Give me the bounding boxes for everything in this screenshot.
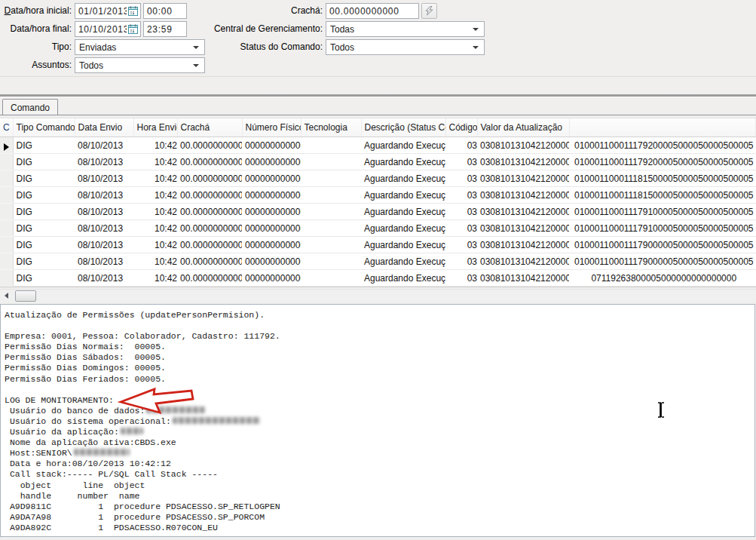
grid-cell[interactable] [301, 204, 361, 220]
grid-cell[interactable]: DIG [13, 220, 75, 237]
grid-cell[interactable]: 030810131042120000 [477, 154, 569, 170]
grid-cell[interactable] [301, 154, 361, 170]
start-time-field[interactable]: 00:00 [143, 3, 187, 19]
tipo-select[interactable]: Enviadas [75, 39, 205, 55]
table-row[interactable]: DIG08/10/201310:4200.0000000000000000000… [0, 137, 756, 154]
badge-lookup-button[interactable] [421, 3, 437, 19]
table-row[interactable]: DIG08/10/201310:4200.0000000000000000000… [0, 154, 756, 170]
grid-cell[interactable] [301, 270, 361, 287]
grid-cell[interactable]: 010001100011179000005000050000500005 [569, 253, 756, 270]
column-header[interactable]: Número Físico [242, 118, 301, 137]
grid-cell[interactable]: 030810131042120000 [477, 204, 569, 220]
table-row[interactable]: DIG08/10/201310:4200.0000000000000000000… [0, 220, 756, 237]
grid-cell[interactable]: 08/10/2013 [75, 270, 133, 287]
grid-cell[interactable]: 000000000000 [242, 154, 301, 170]
grid-cell[interactable]: 030810131042120000 [477, 187, 569, 204]
column-header[interactable]: Crachá [177, 118, 242, 137]
table-row[interactable]: DIG08/10/201310:4200.0000000000000000000… [0, 187, 756, 204]
row-gutter-cell[interactable] [0, 204, 13, 220]
start-date-field[interactable]: 01/01/2013 [75, 3, 141, 19]
command-detail-log-panel[interactable]: Atualização de Permissões (updatePersonP… [0, 304, 755, 537]
row-gutter-cell[interactable] [0, 253, 13, 270]
grid-cell[interactable]: 00.0000000000 [177, 170, 242, 187]
row-gutter-cell[interactable] [0, 187, 13, 204]
grid-cell[interactable]: 010001100011179000005000050000500005 [569, 237, 756, 253]
grid-cell[interactable]: 08/10/2013 [75, 253, 133, 270]
grid-cell[interactable]: 08/10/2013 [75, 154, 133, 170]
column-header[interactable]: Tipo Comando [13, 118, 75, 137]
grid-horizontal-scrollbar[interactable] [0, 289, 756, 302]
grid-cell[interactable]: DIG [13, 237, 75, 253]
grid-cell[interactable] [301, 187, 361, 204]
grid-cell[interactable] [301, 253, 361, 270]
column-header[interactable]: Tecnologia [301, 118, 361, 137]
grid-cell[interactable]: 010001100011179100005000050000500005 [569, 220, 756, 237]
grid-cell[interactable]: 030810131042120000 [477, 270, 569, 287]
column-header[interactable]: Data Envio [75, 118, 133, 137]
assuntos-select[interactable]: Todos [75, 57, 205, 73]
grid-cell[interactable]: 00.0000000000 [177, 154, 242, 170]
grid-cell[interactable]: 030810131042120000 [477, 137, 569, 154]
end-date-field[interactable]: 10/10/2013 [75, 21, 141, 37]
column-header[interactable]: Descrição (Status Com [361, 118, 445, 137]
grid-cell[interactable]: 030810131042120000 [477, 237, 569, 253]
grid-cell[interactable]: 08/10/2013 [75, 204, 133, 220]
grid-cell[interactable]: DIG [13, 187, 75, 204]
grid-cell[interactable]: 00.0000000000 [177, 253, 242, 270]
grid-cell[interactable]: 00.0000000000 [177, 187, 242, 204]
grid-cell[interactable]: 10:42 [133, 204, 177, 220]
grid-cell[interactable]: 010001100011181500005000050000500005 [569, 170, 756, 187]
grid-cell[interactable]: Aguardando Execuçã [361, 237, 445, 253]
table-row[interactable]: DIG08/10/201310:4200.0000000000000000000… [0, 253, 756, 270]
grid-cell[interactable]: 010001100011179200005000050000500005 [569, 154, 756, 170]
table-row[interactable]: DIG08/10/201310:4200.0000000000000000000… [0, 170, 756, 187]
grid-cell[interactable]: DIG [13, 270, 75, 287]
grid-cell[interactable]: 03 [445, 137, 477, 154]
grid-cell[interactable]: Aguardando Execuçã [361, 204, 445, 220]
grid-cell[interactable]: 000000000000 [242, 204, 301, 220]
grid-cell[interactable]: DIG [13, 137, 75, 154]
grid-cell[interactable]: 08/10/2013 [75, 187, 133, 204]
grid-cell[interactable]: 000000000000 [242, 137, 301, 154]
grid-cell[interactable]: 03 [445, 270, 477, 287]
badge-field[interactable]: 00.0000000000 [326, 3, 419, 19]
grid-cell[interactable]: 03 [445, 187, 477, 204]
grid-cell[interactable]: 010001100011179200005000050000500005 [569, 137, 756, 154]
table-row[interactable]: DIG08/10/201310:4200.0000000000000000000… [0, 204, 756, 220]
grid-cell[interactable]: 03 [445, 237, 477, 253]
start-date-calendar-button[interactable] [127, 5, 139, 17]
grid-cell[interactable]: 10:42 [133, 187, 177, 204]
grid-cell[interactable]: 00.0000000000 [177, 237, 242, 253]
row-gutter-cell[interactable] [0, 154, 13, 170]
scrollbar-thumb[interactable] [15, 290, 36, 302]
row-gutter-cell[interactable] [0, 237, 13, 253]
tab-comando[interactable]: Comando [2, 99, 58, 115]
grid-cell[interactable]: DIG [13, 253, 75, 270]
grid-cell[interactable] [301, 137, 361, 154]
grid-cell[interactable]: 03 [445, 253, 477, 270]
row-gutter-cell[interactable] [0, 170, 13, 187]
column-header[interactable]: Código [445, 118, 477, 137]
grid-cell[interactable]: 00.0000000000 [177, 220, 242, 237]
row-gutter-cell[interactable] [0, 270, 13, 287]
current-row-indicator-cell[interactable] [0, 137, 13, 154]
grid-cell[interactable] [301, 237, 361, 253]
status-select[interactable]: Todos [326, 39, 485, 55]
column-header[interactable]: Hora Envio [133, 118, 177, 137]
grid-cell[interactable]: 08/10/2013 [75, 137, 133, 154]
grid-cell[interactable]: 10:42 [133, 154, 177, 170]
grid-cell[interactable]: 10:42 [133, 170, 177, 187]
grid-cell[interactable]: Aguardando Execuçã [361, 270, 445, 287]
grid-cell[interactable]: 010001100011181500005000050000500005 [569, 187, 756, 204]
splitter-groove[interactable] [0, 94, 756, 97]
grid-cell[interactable]: DIG [13, 204, 75, 220]
row-gutter-cell[interactable] [0, 220, 13, 237]
column-header[interactable] [569, 118, 756, 137]
grid-cell[interactable]: 07119263800005000000000000000 [569, 270, 756, 287]
grid-cell[interactable]: Aguardando Execuçã [361, 154, 445, 170]
central-select[interactable]: Todas [326, 21, 485, 37]
grid-cell[interactable]: Aguardando Execuçã [361, 253, 445, 270]
grid-cell[interactable]: DIG [13, 154, 75, 170]
grid-cell[interactable]: 03 [445, 170, 477, 187]
grid-cell[interactable]: 03 [445, 154, 477, 170]
